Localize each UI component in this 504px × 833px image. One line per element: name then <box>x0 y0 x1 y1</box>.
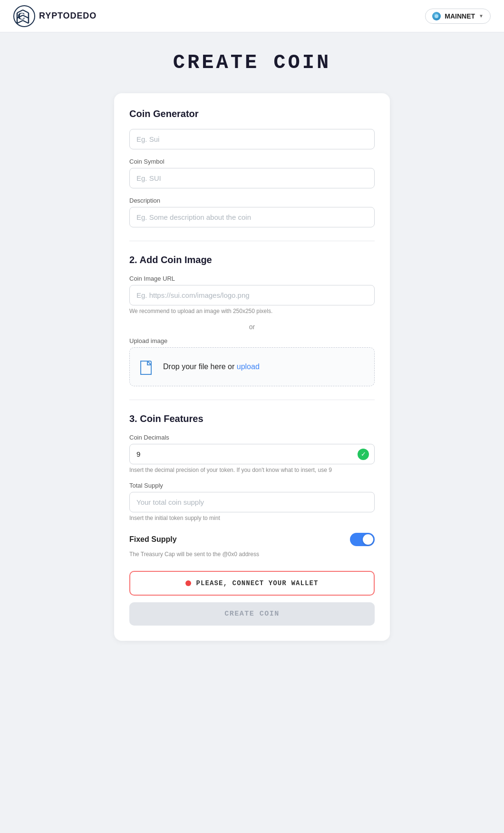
coin-name-input[interactable] <box>129 129 375 149</box>
supply-field-group: Total Supply Insert the initial token su… <box>129 482 375 521</box>
image-url-hint: We recommend to upload an image with 250… <box>129 308 375 314</box>
coin-symbol-input[interactable] <box>129 168 375 188</box>
create-coin-label: CREATE COIN <box>224 610 280 618</box>
image-url-field-group: Coin Image URL We recommend to upload an… <box>129 275 375 314</box>
coin-name-field-group <box>129 129 375 149</box>
upload-dropzone[interactable]: Drop your file here or upload <box>129 347 375 386</box>
connect-wallet-button[interactable]: PLEASE, CONNECT YOUR WALLET <box>129 571 375 596</box>
upload-drop-label: Drop your file here or <box>163 363 237 371</box>
coin-features-section: 3. Coin Features Coin Decimals ✓ Insert … <box>129 413 375 558</box>
header: C RYPTODEDO MAINNET ▼ <box>0 0 504 32</box>
file-upload-icon <box>139 358 156 375</box>
svg-line-8 <box>23 20 29 23</box>
logo-icon: C <box>13 5 35 27</box>
upload-link[interactable]: upload <box>237 363 260 371</box>
or-divider: or <box>129 323 375 331</box>
upload-label: Upload image <box>129 337 375 344</box>
image-url-input[interactable] <box>129 285 375 305</box>
coin-symbol-field-group: Coin Symbol <box>129 158 375 188</box>
description-label: Description <box>129 197 375 204</box>
description-input[interactable] <box>129 207 375 227</box>
check-icon: ✓ <box>358 449 369 460</box>
fixed-supply-label: Fixed Supply <box>129 535 177 544</box>
chevron-down-icon: ▼ <box>479 13 484 19</box>
fixed-supply-toggle[interactable] <box>350 533 375 546</box>
coin-image-title: 2. Add Coin Image <box>129 255 375 265</box>
fixed-supply-group: Fixed Supply The Treasury Cap will be se… <box>129 533 375 558</box>
upload-drop-text: Drop your file here or upload <box>163 363 260 371</box>
page-title: CREATE COIN <box>114 51 390 74</box>
create-coin-card: Coin Generator Coin Symbol Description 2… <box>114 93 390 641</box>
coin-image-section: 2. Add Coin Image Coin Image URL We reco… <box>129 255 375 386</box>
main-content: CREATE COIN Coin Generator Coin Symbol D… <box>105 32 399 679</box>
toggle-thumb <box>363 534 373 545</box>
fixed-supply-note: The Treasury Cap will be sent to the @0x… <box>129 551 375 558</box>
coin-features-title: 3. Coin Features <box>129 413 375 424</box>
coin-symbol-label: Coin Symbol <box>129 158 375 165</box>
image-url-label: Coin Image URL <box>129 275 375 282</box>
create-coin-button[interactable]: CREATE COIN <box>129 602 375 626</box>
supply-hint: Insert the initial token supply to mint <box>129 515 375 521</box>
network-selector-button[interactable]: MAINNET ▼ <box>425 9 491 24</box>
decimals-label: Coin Decimals <box>129 434 375 441</box>
logo-text: RYPTODEDO <box>39 11 97 21</box>
supply-label: Total Supply <box>129 482 375 489</box>
description-field-group: Description <box>129 197 375 227</box>
logo-area: C RYPTODEDO <box>13 5 97 27</box>
upload-field-group: Upload image Drop your file here or uplo… <box>129 337 375 386</box>
coin-generator-section: Coin Generator Coin Symbol Description <box>129 108 375 227</box>
decimals-input-wrapper: ✓ <box>129 444 375 464</box>
decimals-field-group: Coin Decimals ✓ Insert the decimal preci… <box>129 434 375 473</box>
decimals-input[interactable] <box>129 444 375 464</box>
coin-generator-title: Coin Generator <box>129 108 375 119</box>
connect-wallet-label: PLEASE, CONNECT YOUR WALLET <box>196 579 318 587</box>
section-divider-2 <box>129 400 375 400</box>
connect-dot-icon <box>185 580 191 586</box>
toggle-track <box>350 533 375 546</box>
network-icon <box>432 12 441 20</box>
total-supply-input[interactable] <box>129 492 375 512</box>
fixed-supply-row: Fixed Supply <box>129 533 375 546</box>
decimals-hint: Insert the decimal precision of your tok… <box>129 467 375 473</box>
section-divider-1 <box>129 241 375 241</box>
network-label: MAINNET <box>445 12 475 20</box>
